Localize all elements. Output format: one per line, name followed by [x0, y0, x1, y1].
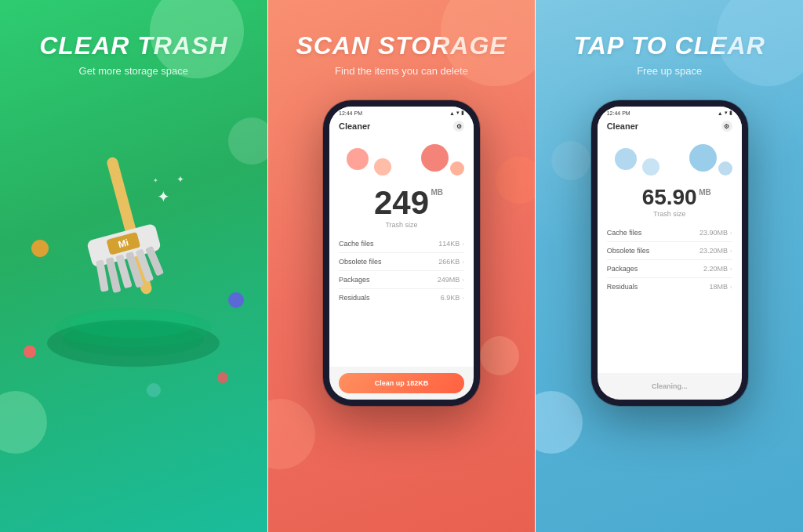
phone-status-bar-clear: 12:44 PM ▲ ▾ ▮ [598, 107, 742, 118]
panel-clear-trash: CLEAR TRASH Get more storage space [0, 0, 267, 532]
phone-mockup-scan: 12:44 PM ▲ ▾ ▮ Cleaner ⚙ [323, 100, 480, 406]
wifi-icon: ▾ [456, 110, 460, 116]
trash-number-clear: 65.90 [642, 185, 697, 209]
list-item-packages-scan: Packages 249MB › [339, 271, 464, 289]
panel-subtitle-tap-to-clear: Free up space [637, 65, 702, 77]
trash-label-clear: Trash size [653, 210, 685, 218]
residuals-label-clear: Residuals [607, 283, 638, 291]
cache-value-clear: 23.90MB › [699, 229, 732, 237]
list-item-residuals-clear: Residuals 18MB › [607, 278, 732, 295]
arrow-icon: › [462, 241, 464, 248]
signal-icon: ▲ [449, 110, 455, 116]
cache-value-scan: 114KB › [438, 240, 464, 248]
svg-point-3 [71, 309, 196, 338]
phone-content-scan: 249 MB Trash size Cache files 114KB › [329, 136, 474, 367]
residuals-label-scan: Residuals [339, 294, 370, 302]
svg-text:✦: ✦ [157, 188, 170, 205]
phone-inner-clear: 12:44 PM ▲ ▾ ▮ Cleaner ⚙ [598, 107, 742, 400]
arrow-icon: › [462, 295, 464, 302]
trash-unit-clear: MB [699, 188, 711, 197]
pball-b4 [718, 161, 732, 176]
pball-b2 [642, 158, 659, 176]
arrow-icon: › [462, 277, 464, 284]
packages-value-clear: 2.20MB › [703, 265, 732, 273]
arrow-icon: › [730, 284, 732, 291]
wifi-icon: ▾ [725, 110, 728, 116]
phone-header-scan: Cleaner ⚙ [329, 118, 474, 136]
panel-subtitle-scan-storage: Find the items you can delete [335, 65, 468, 77]
obsolete-value-clear: 23.20MB › [699, 247, 732, 255]
arrow-icon: › [730, 230, 732, 237]
pball-o1 [347, 148, 369, 170]
residuals-value-clear: 18MB › [709, 283, 732, 291]
phone-header-clear: Cleaner ⚙ [598, 118, 742, 136]
battery-icon: ▮ [729, 110, 732, 116]
trash-label-scan: Trash size [385, 221, 417, 229]
phone-inner-scan: 12:44 PM ▲ ▾ ▮ Cleaner ⚙ [329, 107, 474, 400]
pball-o2 [374, 158, 391, 176]
obsolete-value-scan: 266KB › [438, 258, 464, 266]
trash-number-scan: 249 [374, 184, 429, 221]
blob-decoration [0, 391, 47, 454]
packages-label-scan: Packages [339, 276, 370, 284]
trash-size-area-clear: 65.90 MB Trash size [642, 186, 697, 218]
blob-decoration [480, 336, 519, 375]
phone-app-title-scan: Cleaner [339, 121, 370, 131]
ball-teal [147, 383, 161, 397]
status-icons-scan: ▲ ▾ ▮ [449, 110, 464, 116]
blob-decoration [717, 0, 803, 86]
obsolete-label-scan: Obsolete files [339, 258, 382, 266]
divider-1 [267, 0, 268, 532]
cache-label-scan: Cache files [339, 240, 374, 248]
list-item-residuals-scan: Residuals 6.9KB › [339, 289, 464, 306]
pball-o4 [450, 161, 464, 176]
broom-illustration: Mi ✦ ✦ ✦ [31, 108, 235, 375]
phone-app-title-clear: Cleaner [607, 121, 638, 131]
trash-size-area-scan: 249 MB Trash size [374, 186, 429, 229]
svg-text:✦: ✦ [153, 177, 158, 184]
divider-2 [535, 0, 536, 532]
battery-icon: ▮ [461, 110, 464, 116]
pball-o3 [421, 144, 449, 172]
phone-content-clear: 65.90 MB Trash size Cache files 23.90MB … [598, 136, 742, 373]
phone-outer-clear: 12:44 PM ▲ ▾ ▮ Cleaner ⚙ [591, 100, 748, 406]
phone-list-clear: Cache files 23.90MB › Obsolete files 23.… [598, 224, 742, 295]
arrow-icon: › [730, 266, 732, 273]
phone-outer-scan: 12:44 PM ▲ ▾ ▮ Cleaner ⚙ [323, 100, 480, 406]
panel-tap-to-clear: TAP TO CLEAR Free up space 12:44 PM ▲ ▾ … [536, 0, 803, 532]
phone-bottom-clear: Cleaning... [598, 373, 742, 400]
svg-rect-6 [96, 260, 109, 292]
trash-unit-scan: MB [431, 188, 443, 197]
list-item-cache-clear: Cache files 23.90MB › [607, 224, 732, 242]
phone-balls-orange [331, 144, 472, 183]
pball-b3 [689, 144, 717, 172]
obsolete-label-clear: Obsolete files [607, 247, 650, 255]
phone-time-clear: 12:44 PM [607, 110, 630, 116]
blob-decoration [496, 157, 535, 204]
arrow-icon: › [730, 248, 732, 255]
list-item-obsolete-scan: Obsolete files 266KB › [339, 253, 464, 271]
settings-icon: ⚙ [721, 121, 732, 132]
panel-scan-storage: SCAN STORAGE Find the items you can dele… [268, 0, 536, 532]
phone-time-scan: 12:44 PM [339, 110, 362, 116]
list-item-packages-clear: Packages 2.20MB › [607, 260, 732, 278]
phone-status-bar-scan: 12:44 PM ▲ ▾ ▮ [329, 107, 474, 118]
settings-icon: ⚙ [453, 121, 464, 132]
clean-button-scan[interactable]: Clean up 182KB [339, 373, 464, 393]
blob-decoration [536, 391, 583, 454]
packages-label-clear: Packages [607, 265, 638, 273]
blob-decoration [551, 141, 590, 180]
cleaning-status-label: Cleaning... [607, 379, 732, 393]
cache-label-clear: Cache files [607, 229, 642, 237]
list-item-cache-scan: Cache files 114KB › [339, 235, 464, 253]
status-icons-clear: ▲ ▾ ▮ [718, 110, 732, 116]
list-item-obsolete-clear: Obsolete files 23.20MB › [607, 242, 732, 260]
blob-decoration [268, 399, 315, 469]
phone-balls-blue [599, 144, 740, 183]
phone-bottom-scan: Clean up 182KB [329, 367, 474, 400]
arrow-icon: › [462, 259, 464, 266]
phone-mockup-clear: 12:44 PM ▲ ▾ ▮ Cleaner ⚙ [591, 100, 748, 406]
pball-b1 [615, 148, 637, 170]
residuals-value-scan: 6.9KB › [441, 294, 464, 302]
signal-icon: ▲ [718, 110, 723, 116]
